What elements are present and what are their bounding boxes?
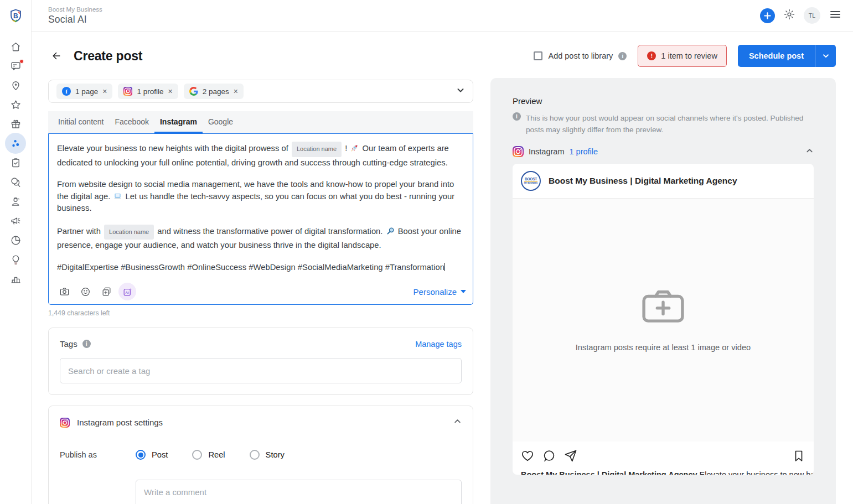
remove-chip-icon[interactable]: × [168,87,173,95]
schedule-post-button[interactable]: Schedule post [738,45,815,67]
instagram-icon [60,418,70,428]
back-button[interactable] [48,48,65,64]
sidebar-item-ideas[interactable] [0,250,32,269]
sidebar-item-tasks[interactable] [0,153,32,173]
publish-as-row: Publish as Post Reel Story [60,450,462,460]
google-icon [189,87,198,96]
post-editor-text[interactable]: Elevate your business to new heights wit… [49,134,473,273]
create-new-button[interactable] [760,8,775,23]
share-icon[interactable] [564,449,577,463]
svg-text:B: B [13,12,18,20]
social-ai-dots-icon [10,138,22,149]
remove-chip-icon[interactable]: × [234,87,238,95]
gift-icon [10,118,22,130]
gear-icon [783,8,795,20]
radio-reel[interactable] [192,450,202,460]
post-editor: Elevate your business to new heights wit… [48,133,473,305]
back-arrow-icon [51,50,62,61]
add-to-library-control[interactable]: Add post to library i [534,51,627,60]
sidebar-item-conversations[interactable] [0,173,32,192]
radio-option-post[interactable]: Post [136,450,168,460]
collapse-preview-button[interactable] [805,147,814,157]
heart-icon[interactable] [521,449,534,463]
user-avatar[interactable]: TL [804,7,820,24]
items-to-review-button[interactable]: ! 1 item to review [638,45,727,67]
product-name: Social AI [48,14,102,25]
sidebar-item-home[interactable] [0,37,32,56]
channel-chip-google[interactable]: 2 pages × [184,84,244,99]
plus-icon [764,12,771,19]
ai-assistant-button[interactable]: AI [118,283,136,300]
location-name-chip[interactable]: Location name [104,225,154,240]
laptop-emoji [113,191,122,203]
sidebar-item-analytics[interactable] [0,269,32,289]
megaphone-icon [10,215,22,227]
sidebar-item-locations[interactable] [0,76,32,95]
clipboard-check-icon [10,157,22,169]
chat-bubbles-icon [10,176,22,188]
sidebar-item-rewards[interactable] [0,115,32,134]
app-logo[interactable]: B [0,0,32,32]
sidebar-item-campaigns[interactable] [0,211,32,231]
radio-option-story[interactable]: Story [250,450,285,460]
topbar-actions: TL [760,7,842,24]
sidebar-item-contacts[interactable] [0,192,32,211]
sidebar-item-insights[interactable] [0,231,32,250]
instagram-settings-header[interactable]: Instagram post settings [60,417,462,428]
hamburger-icon [829,8,842,21]
rocket-emoji [350,143,359,155]
sidebar-item-messages[interactable] [0,56,32,76]
menu-button[interactable] [829,8,842,23]
radio-post[interactable] [136,450,146,460]
person-icon [10,196,22,207]
radio-option-reel[interactable]: Reel [192,450,225,460]
account-avatar: BOOST MY BUSINESS [521,171,541,191]
pie-chart-icon [10,235,22,246]
preview-info: i This is how your post would appear on … [513,112,814,136]
channel-chip-instagram[interactable]: 1 profile × [118,84,178,99]
location-name-chip[interactable]: Location name [292,142,342,157]
tab-instagram[interactable]: Instagram [154,111,203,133]
instagram-settings-title: Instagram post settings [77,418,163,427]
copy-plus-icon [101,287,112,297]
chevron-down-icon [822,52,830,60]
bookmark-icon[interactable] [792,449,805,463]
camera-icon [59,287,70,297]
chevron-up-icon [805,147,814,155]
remove-chip-icon[interactable]: × [102,87,107,95]
personalize-dropdown[interactable]: Personalize [413,287,466,297]
chevron-up-icon [453,417,462,425]
add-media-button[interactable] [55,283,73,300]
lightbulb-icon [10,254,22,266]
expand-channels-button[interactable] [456,86,465,97]
tab-facebook[interactable]: Facebook [110,111,154,133]
channel-chip-facebook[interactable]: f 1 page × [56,84,112,99]
radio-story[interactable] [250,450,260,460]
collapse-section-button[interactable] [453,417,462,428]
tag-search-input[interactable] [60,358,462,383]
chevron-down-icon [456,86,465,95]
tags-info-icon[interactable]: i [82,340,91,348]
sidebar-item-social-ai[interactable] [0,134,32,153]
manage-tags-link[interactable]: Manage tags [415,340,462,349]
first-comment-input[interactable] [136,480,462,504]
tab-initial-content[interactable]: Initial content [53,111,110,133]
info-icon[interactable]: i [618,52,627,60]
preview-profile-count[interactable]: 1 profile [569,147,598,156]
preview-network-row[interactable]: Instagram 1 profile [513,146,814,157]
comment-icon[interactable] [542,449,556,463]
preview-media-placeholder[interactable]: Instagram posts require at least 1 image… [513,198,814,441]
notification-dot [19,59,24,64]
add-to-library-checkbox[interactable] [534,51,542,60]
schedule-post-split-button: Schedule post [738,45,836,67]
emoji-picker-button[interactable] [76,283,94,300]
schedule-options-button[interactable] [815,45,836,67]
duplicate-content-button[interactable] [97,283,115,300]
bookmark-wrap [792,449,805,463]
chip-label: 2 pages [203,87,229,96]
settings-button[interactable] [783,8,795,23]
sidebar-item-reviews[interactable] [0,95,32,115]
header-actions: Add post to library i ! 1 item to review… [534,45,836,67]
channel-selector[interactable]: f 1 page × 1 profile × 2 pages × [48,80,473,103]
tab-google[interactable]: Google [203,111,239,133]
